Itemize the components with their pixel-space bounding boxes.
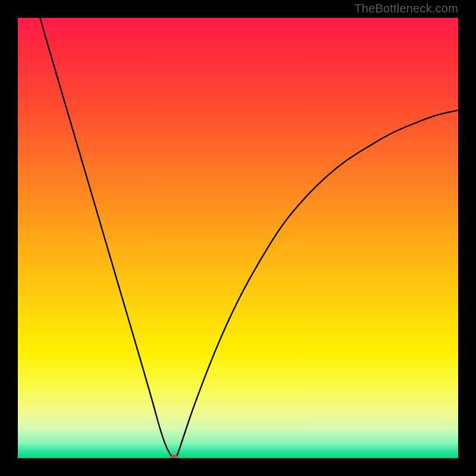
bottleneck-curve (18, 18, 458, 458)
chart-frame: TheBottleneck.com (0, 0, 476, 476)
plot-area (18, 18, 458, 458)
chart-svg (18, 18, 458, 458)
watermark-label: TheBottleneck.com (354, 2, 458, 15)
